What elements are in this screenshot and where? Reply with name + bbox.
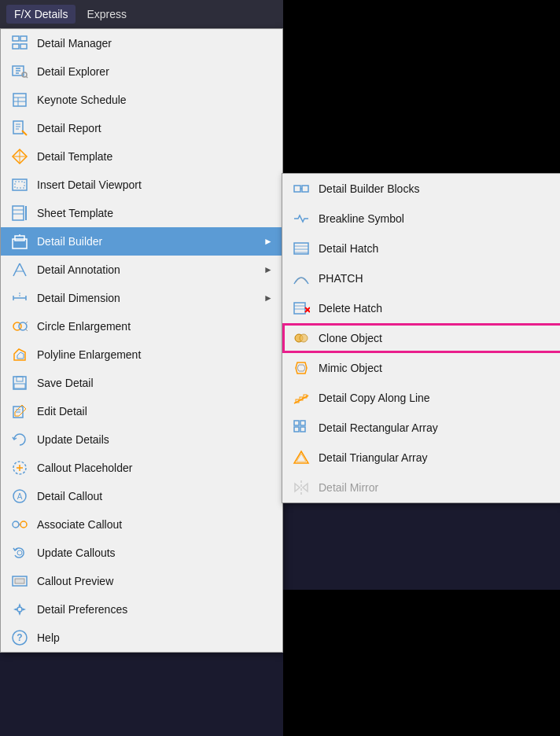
edit-detail-label: Edit Detail <box>37 405 273 418</box>
svg-point-55 <box>13 521 19 528</box>
delete-hatch-icon <box>292 299 311 318</box>
detail-dimension-icon <box>10 289 29 307</box>
svg-point-39 <box>19 322 27 330</box>
breakline-symbol-icon <box>292 209 311 228</box>
svg-line-31 <box>13 263 20 276</box>
callout-preview-label: Callout Preview <box>37 575 273 587</box>
svg-rect-24 <box>13 206 24 220</box>
submenu-item-detail-hatch[interactable]: Detail Hatch <box>282 234 560 263</box>
submenu-item-clone-object[interactable]: Clone Object <box>282 323 560 353</box>
menu-item-keynote-schedule[interactable]: Keynote Schedule <box>1 86 282 114</box>
insert-detail-viewport-icon <box>10 175 29 194</box>
detail-dimension-arrow: ► <box>263 293 273 304</box>
menu-item-insert-detail-viewport[interactable]: Insert Detail Viewport <box>1 171 282 199</box>
menu-item-detail-report[interactable]: Detail Report <box>1 114 282 142</box>
svg-rect-14 <box>13 121 23 134</box>
menu-item-detail-annotation[interactable]: Detail Annotation ► <box>1 256 282 284</box>
svg-rect-44 <box>13 377 26 389</box>
sheet-template-label: Sheet Template <box>37 207 273 219</box>
submenu-item-delete-hatch[interactable]: Delete Hatch <box>282 293 560 323</box>
breakline-symbol-label: Breakline Symbol <box>319 212 404 225</box>
save-detail-label: Save Detail <box>37 377 273 389</box>
menu-item-detail-callout[interactable]: A Detail Callout <box>1 482 282 510</box>
submenu-item-detail-copy-along-line[interactable]: Detail Copy Along Line <box>282 383 560 413</box>
detail-report-icon <box>10 119 29 138</box>
detail-triangular-array-icon <box>292 448 311 467</box>
update-details-label: Update Details <box>37 433 273 446</box>
submenu-item-mimic-object[interactable]: Mimic Object <box>282 353 560 383</box>
menubar-item-fx-details[interactable]: F/X Details <box>6 5 76 24</box>
detail-builder-arrow: ► <box>263 236 273 247</box>
detail-report-label: Detail Report <box>37 122 273 134</box>
svg-rect-84 <box>294 421 299 425</box>
detail-annotation-icon <box>10 260 29 279</box>
submenu-item-detail-builder-blocks[interactable]: Detail Builder Blocks <box>282 174 560 204</box>
submenu-item-detail-rectangular-array[interactable]: Detail Rectangular Array <box>282 413 560 443</box>
menu-item-callout-placeholder[interactable]: Callout Placeholder <box>1 454 282 482</box>
svg-point-77 <box>300 334 308 342</box>
detail-annotation-arrow: ► <box>263 264 273 275</box>
menu-item-callout-preview[interactable]: Callout Preview <box>1 567 282 595</box>
callout-placeholder-label: Callout Placeholder <box>37 462 273 474</box>
callout-placeholder-icon <box>10 458 29 477</box>
menu-item-detail-dimension[interactable]: Detail Dimension ► <box>1 284 282 312</box>
phatch-icon <box>292 269 311 288</box>
submenu-item-breakline-symbol[interactable]: Breakline Symbol <box>282 204 560 234</box>
detail-builder-blocks-label: Detail Builder Blocks <box>319 182 419 195</box>
menu-item-help[interactable]: ? Help <box>1 624 282 652</box>
submenu-item-detail-triangular-array[interactable]: Detail Triangular Array <box>282 443 560 473</box>
menu-item-detail-explorer[interactable]: Detail Explorer <box>1 57 282 86</box>
svg-marker-91 <box>295 484 300 491</box>
callout-preview-icon <box>10 572 29 591</box>
menu-item-polyline-enlargement[interactable]: Polyline Enlargement <box>1 340 282 369</box>
menu-item-circle-enlargement[interactable]: Circle Enlargement <box>1 312 282 340</box>
detail-manager-label: Detail Manager <box>37 37 273 50</box>
update-callouts-label: Update Callouts <box>37 546 273 559</box>
menu-item-save-detail[interactable]: Save Detail <box>1 369 282 397</box>
svg-rect-23 <box>15 182 24 188</box>
associate-callout-label: Associate Callout <box>37 518 273 531</box>
submenu-item-phatch[interactable]: PHATCH <box>282 263 560 293</box>
svg-rect-10 <box>13 94 26 106</box>
detail-preferences-icon <box>10 600 29 619</box>
svg-rect-71 <box>294 303 305 314</box>
svg-line-40 <box>26 322 28 323</box>
detail-preferences-label: Detail Preferences <box>37 603 273 616</box>
svg-rect-1 <box>20 36 27 41</box>
detail-template-label: Detail Template <box>37 150 273 163</box>
svg-point-61 <box>17 607 22 612</box>
detail-rectangular-array-icon <box>292 418 311 437</box>
menu-item-associate-callout[interactable]: Associate Callout <box>1 510 282 539</box>
svg-rect-60 <box>15 579 24 583</box>
menu-item-detail-builder[interactable]: Detail Builder ► <box>1 227 282 256</box>
menu-item-detail-manager[interactable]: Detail Manager <box>1 29 282 57</box>
svg-rect-64 <box>294 186 300 192</box>
detail-explorer-icon <box>10 62 29 81</box>
menu-item-detail-template[interactable]: Detail Template <box>1 142 282 171</box>
detail-mirror-label: Detail Mirror <box>319 481 378 494</box>
detail-mirror-icon <box>292 478 311 497</box>
svg-rect-87 <box>300 427 305 432</box>
menu-item-sheet-template[interactable]: Sheet Template <box>1 199 282 227</box>
menu-item-update-callouts[interactable]: Update Callouts <box>1 539 282 567</box>
menubar-item-express[interactable]: Express <box>79 5 134 24</box>
phatch-label: PHATCH <box>319 272 363 285</box>
associate-callout-icon <box>10 515 29 534</box>
detail-callout-label: Detail Callout <box>37 490 273 502</box>
menu-item-update-details[interactable]: Update Details <box>1 425 282 454</box>
svg-line-9 <box>26 76 28 78</box>
keynote-schedule-icon <box>10 90 29 109</box>
detail-manager-icon <box>10 34 29 53</box>
sheet-template-icon <box>10 204 29 223</box>
save-detail-icon <box>10 374 29 392</box>
submenu-item-detail-mirror[interactable]: Detail Mirror <box>282 473 560 502</box>
polyline-enlargement-icon <box>10 345 29 364</box>
menu-item-edit-detail[interactable]: Edit Detail <box>1 397 282 425</box>
menu-item-detail-preferences[interactable]: Detail Preferences <box>1 595 282 624</box>
svg-line-41 <box>26 329 28 331</box>
svg-text:?: ? <box>17 632 22 643</box>
detail-explorer-label: Detail Explorer <box>37 65 273 78</box>
detail-hatch-label: Detail Hatch <box>319 242 378 255</box>
svg-rect-2 <box>13 44 19 49</box>
svg-point-56 <box>20 521 27 528</box>
